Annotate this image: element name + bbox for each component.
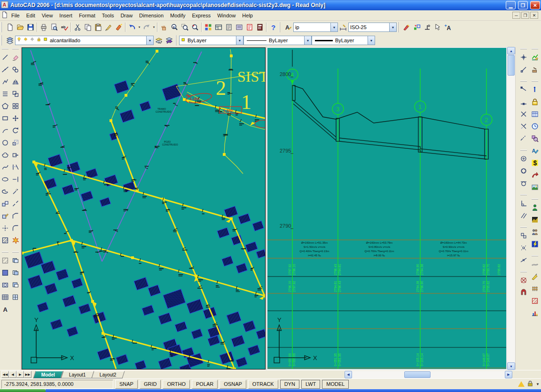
- status-osnap-button[interactable]: OSNAP: [220, 380, 246, 389]
- insert-point-icon[interactable]: [519, 230, 529, 242]
- quick-calc-icon[interactable]: [255, 22, 265, 32]
- menu-format[interactable]: Format: [76, 11, 99, 20]
- endpoint-icon[interactable]: [519, 84, 529, 96]
- red-arrow-icon[interactable]: [530, 169, 540, 181]
- mtext-icon[interactable]: A: [0, 303, 10, 315]
- revcloud-icon[interactable]: [0, 149, 10, 161]
- rectangle-icon[interactable]: [0, 112, 10, 124]
- tab-next-button[interactable]: ▶: [16, 371, 24, 378]
- vport-4-icon[interactable]: [11, 291, 21, 303]
- nearest-icon[interactable]: [519, 254, 529, 266]
- zoom-window-icon[interactable]: [180, 22, 190, 32]
- copy-icon[interactable]: [83, 22, 93, 32]
- text-style-icon[interactable]: A: [283, 22, 293, 32]
- table-icon[interactable]: [0, 291, 10, 303]
- status-snap-button[interactable]: SNAP: [115, 380, 138, 389]
- circle-icon[interactable]: [0, 137, 10, 149]
- pan-icon[interactable]: [159, 22, 169, 32]
- lock-tool-icon[interactable]: [530, 96, 540, 108]
- tool-palettes-icon[interactable]: [224, 22, 234, 32]
- gradient-icon[interactable]: [0, 267, 10, 279]
- pair-icon[interactable]: [530, 226, 540, 238]
- minimize-button[interactable]: ▁: [506, 1, 516, 9]
- intersection-icon[interactable]: [519, 108, 529, 120]
- undo-icon[interactable]: [127, 22, 137, 32]
- tab-first-button[interactable]: ◀◀: [1, 371, 9, 378]
- point-icon[interactable]: [0, 222, 10, 234]
- properties-icon[interactable]: [203, 22, 213, 32]
- open-icon[interactable]: [15, 22, 25, 32]
- menu-insert[interactable]: Insert: [56, 11, 76, 20]
- pipe-icon[interactable]: [530, 258, 540, 270]
- make-layer-current-icon[interactable]: [154, 35, 164, 46]
- status-polar-button[interactable]: POLAR: [192, 380, 218, 389]
- polygon-icon[interactable]: [0, 100, 10, 112]
- tab-layout1[interactable]: Layout1: [61, 371, 94, 378]
- menu-help[interactable]: Help: [239, 11, 256, 20]
- tangent-icon[interactable]: [519, 177, 529, 189]
- dim-ordinate-icon[interactable]: [422, 22, 432, 32]
- restore-button[interactable]: ❐: [518, 1, 528, 9]
- sketch-chart-icon[interactable]: [530, 51, 540, 63]
- table-tool-icon[interactable]: [530, 108, 540, 120]
- vport-3-icon[interactable]: [11, 279, 21, 291]
- ellipse-arc-icon[interactable]: [0, 185, 10, 198]
- brush-icon[interactable]: [103, 22, 114, 32]
- menu-dimension[interactable]: Dimension: [136, 11, 167, 20]
- mdi-minimize-button[interactable]: ─: [512, 12, 520, 19]
- help-icon[interactable]: ?: [268, 22, 278, 32]
- zoom-realtime-icon[interactable]: ±: [169, 22, 180, 32]
- mdi-close-button[interactable]: ✕: [530, 12, 538, 19]
- cut-icon[interactable]: [72, 22, 83, 32]
- insert-block-icon[interactable]: [0, 198, 10, 210]
- trim-icon[interactable]: [11, 161, 21, 173]
- lightning-icon[interactable]: [530, 238, 540, 250]
- sheet-set-icon[interactable]: [234, 22, 244, 32]
- layer-combo[interactable]: alcantarillado▼: [15, 36, 154, 45]
- fillet-icon[interactable]: [11, 222, 21, 234]
- status-model-button[interactable]: MODEL: [322, 380, 349, 389]
- arc-icon[interactable]: [0, 124, 10, 137]
- hscroll-thumb[interactable]: [404, 371, 431, 378]
- vport-1-icon[interactable]: [11, 254, 21, 267]
- plot-icon[interactable]: [39, 22, 49, 32]
- tab-layout2[interactable]: Layout2: [92, 371, 125, 378]
- menu-window[interactable]: Window: [214, 11, 239, 20]
- offset-icon[interactable]: [11, 88, 21, 100]
- erase-icon[interactable]: [11, 51, 21, 63]
- render-zoom-icon[interactable]: [530, 132, 540, 145]
- extension-icon[interactable]: [519, 132, 529, 145]
- color-combo[interactable]: ByLayer▼: [179, 36, 243, 45]
- image-icon[interactable]: [530, 181, 540, 193]
- dollar-icon[interactable]: $: [530, 157, 540, 169]
- menu-edit[interactable]: Edit: [23, 11, 39, 20]
- warning-icon[interactable]: [518, 381, 525, 387]
- match-properties-icon[interactable]: [114, 22, 124, 32]
- tab-prev-button[interactable]: ◀: [9, 371, 16, 378]
- info-icon[interactable]: i: [530, 84, 540, 96]
- horizontal-scrollbar[interactable]: ◀ ▶: [345, 371, 512, 378]
- layer-previous-icon[interactable]: [164, 35, 174, 46]
- move-icon[interactable]: [11, 112, 21, 124]
- node-icon[interactable]: [519, 242, 529, 254]
- select-pen-icon[interactable]: [432, 22, 443, 32]
- linetype-combo[interactable]: ByLayer▼: [243, 36, 312, 45]
- array-icon[interactable]: [11, 100, 21, 112]
- multiline-icon[interactable]: [0, 88, 10, 100]
- parallel-icon[interactable]: [519, 209, 529, 222]
- chart-colors-icon[interactable]: [530, 307, 540, 319]
- spell-icon[interactable]: ab: [59, 22, 70, 32]
- region-icon[interactable]: [0, 279, 10, 291]
- midpoint-icon[interactable]: [519, 96, 529, 108]
- clock-icon[interactable]: [530, 120, 540, 132]
- osnap-settings-icon[interactable]: [519, 286, 529, 299]
- terrain-icon[interactable]: [530, 214, 540, 226]
- spline-icon[interactable]: [0, 161, 10, 173]
- lineweight-combo[interactable]: ByLayer▼: [312, 36, 375, 45]
- paste-icon[interactable]: [93, 22, 103, 32]
- preview-icon[interactable]: [49, 22, 59, 32]
- hand-tool-icon[interactable]: [530, 63, 540, 76]
- text-style-combo[interactable]: ip▼: [293, 23, 338, 32]
- none-icon[interactable]: [519, 274, 529, 286]
- status-dyn-button[interactable]: DYN: [280, 380, 299, 389]
